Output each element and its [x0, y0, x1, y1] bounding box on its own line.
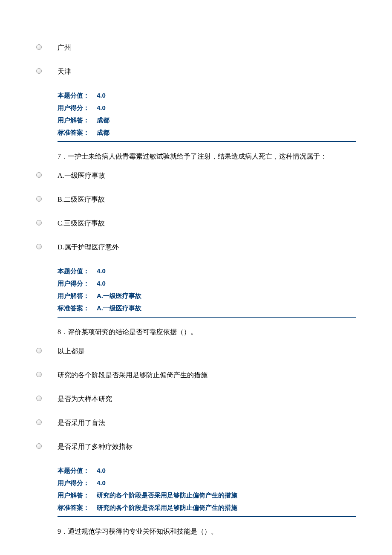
option-text: 以上都是 — [58, 346, 356, 356]
option-text: 广州 — [58, 43, 356, 53]
score-value: 4.0 — [97, 465, 356, 476]
radio-icon[interactable] — [36, 196, 42, 202]
option-row: 天津 — [36, 66, 356, 77]
option-row: 是否采用了盲法 — [36, 418, 356, 428]
radio-icon[interactable] — [36, 44, 42, 50]
score-label: 本题分值： — [58, 266, 97, 276]
divider — [58, 141, 356, 142]
user-answer-value: 研究的各个阶段是否采用足够防止偏倚产生的措施 — [97, 490, 356, 500]
user-score-label: 用户得分： — [58, 478, 97, 488]
option-row: 是否采用了多种疗效指标 — [36, 442, 356, 452]
user-answer-label: 用户解答： — [58, 490, 97, 500]
std-answer-value: A.一级医疗事故 — [97, 303, 356, 313]
option-text: A.一级医疗事故 — [58, 171, 356, 181]
question-text: 7．一护士未给病人做青霉素过敏试验就给予了注射，结果造成病人死亡，这种情况属于： — [58, 150, 356, 162]
option-row: B.二级医疗事故 — [36, 194, 356, 205]
user-score-label: 用户得分： — [58, 278, 97, 289]
user-answer-label: 用户解答： — [58, 291, 97, 301]
score-value: 4.0 — [97, 90, 356, 101]
answer-block: 本题分值： 4.0 用户得分： 4.0 用户解答： 成都 标准答案： 成都 — [58, 90, 356, 138]
radio-icon[interactable] — [36, 348, 42, 353]
radio-icon[interactable] — [36, 396, 42, 401]
option-row: C.三级医疗事故 — [36, 218, 356, 228]
option-row: 是否为大样本研究 — [36, 394, 356, 404]
user-score-value: 4.0 — [97, 278, 356, 289]
answer-block: 本题分值： 4.0 用户得分： 4.0 用户解答： 研究的各个阶段是否采用足够防… — [58, 465, 356, 513]
option-text: D.属于护理医疗意外 — [58, 242, 356, 252]
score-value: 4.0 — [97, 266, 356, 276]
option-row: 研究的各个阶段是否采用足够防止偏倚产生的措施 — [36, 370, 356, 380]
radio-icon[interactable] — [36, 68, 42, 74]
option-text: 天津 — [58, 66, 356, 77]
user-score-value: 4.0 — [97, 103, 356, 113]
user-score-label: 用户得分： — [58, 103, 97, 113]
user-answer-value: 成都 — [97, 115, 356, 125]
option-row: 以上都是 — [36, 346, 356, 356]
question-text: 9．通过规范学习获得的专业关怀知识和技能是（）。 — [58, 526, 356, 537]
radio-icon[interactable] — [36, 372, 42, 377]
radio-icon[interactable] — [36, 244, 42, 249]
radio-icon[interactable] — [36, 419, 42, 425]
question-text: 8．评价某项研究的结论是否可靠应依据（）。 — [58, 326, 356, 338]
std-answer-label: 标准答案： — [58, 127, 97, 138]
option-text: 是否采用了多种疗效指标 — [58, 442, 356, 452]
divider — [58, 516, 356, 517]
std-answer-value: 研究的各个阶段是否采用足够防止偏倚产生的措施 — [97, 503, 356, 513]
user-answer-label: 用户解答： — [58, 115, 97, 125]
radio-icon[interactable] — [36, 172, 42, 178]
option-text: B.二级医疗事故 — [58, 194, 356, 205]
user-answer-value: A.一级医疗事故 — [97, 291, 356, 301]
option-text: 是否为大样本研究 — [58, 394, 356, 404]
option-text: C.三级医疗事故 — [58, 218, 356, 228]
score-label: 本题分值： — [58, 465, 97, 476]
option-text: 是否采用了盲法 — [58, 418, 356, 428]
std-answer-label: 标准答案： — [58, 303, 97, 313]
user-score-value: 4.0 — [97, 478, 356, 488]
std-answer-label: 标准答案： — [58, 503, 97, 513]
option-text: 研究的各个阶段是否采用足够防止偏倚产生的措施 — [58, 370, 356, 380]
option-row: A.一级医疗事故 — [36, 171, 356, 181]
radio-icon[interactable] — [36, 220, 42, 225]
std-answer-value: 成都 — [97, 127, 356, 138]
divider — [58, 317, 356, 318]
option-row: D.属于护理医疗意外 — [36, 242, 356, 252]
answer-block: 本题分值： 4.0 用户得分： 4.0 用户解答： A.一级医疗事故 标准答案：… — [58, 266, 356, 313]
option-row: 广州 — [36, 43, 356, 53]
radio-icon[interactable] — [36, 443, 42, 449]
score-label: 本题分值： — [58, 90, 97, 101]
